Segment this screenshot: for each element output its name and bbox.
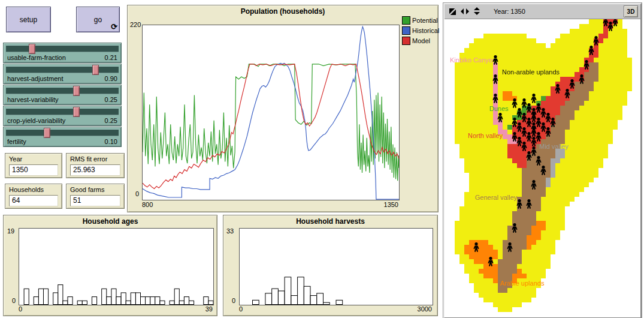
series-model xyxy=(143,64,399,189)
slider-handle[interactable] xyxy=(73,86,80,96)
world-view-header: Year: 1350 3D xyxy=(445,4,640,19)
household-harvests-plot: Household harvests 33 0 0 3000 xyxy=(223,215,438,316)
setup-button-label: setup xyxy=(20,16,37,24)
population-plot: Population (households) 220 0 800 1350 P… xyxy=(127,5,439,212)
histogram-bar xyxy=(265,293,272,305)
person-agent-icon xyxy=(569,79,576,89)
histogram-bar xyxy=(150,297,155,305)
monitor-label: Good farms xyxy=(70,186,104,193)
person-agent-icon xyxy=(516,199,523,209)
histogram-bar xyxy=(179,301,184,304)
histogram-bar xyxy=(278,291,285,305)
slider-track[interactable] xyxy=(6,66,119,73)
histogram-bar xyxy=(323,302,330,304)
x-axis-max-label: 1350 xyxy=(364,201,398,208)
person-agent-icon xyxy=(511,98,518,108)
histogram-bar xyxy=(204,297,208,305)
slider-track[interactable] xyxy=(6,129,119,136)
person-agent-icon xyxy=(592,36,600,46)
resize-world-icon[interactable] xyxy=(449,8,456,16)
view-year-label: Year: 1350 xyxy=(494,8,525,15)
go-button[interactable]: go ⟳ xyxy=(76,7,120,32)
map-region-label: Non-arable uplands xyxy=(502,68,560,76)
vertical-wrap-icon[interactable] xyxy=(473,7,480,16)
monitor-value-box: 1350 xyxy=(9,164,58,176)
histogram-bar xyxy=(82,301,87,304)
slider-track[interactable] xyxy=(6,108,119,115)
person-agent-icon xyxy=(487,257,494,266)
slider-handle[interactable] xyxy=(73,107,80,117)
slider-handle[interactable] xyxy=(44,128,50,138)
y-axis-min-label: 0 xyxy=(12,297,16,304)
histogram-bar xyxy=(131,293,135,305)
monitor-value: 1350 xyxy=(12,166,28,174)
slider-harvest-variability[interactable]: harvest-variability 0.25 xyxy=(3,85,122,105)
x-axis-min-label: 0 xyxy=(19,305,22,313)
histogram-bar xyxy=(336,300,343,304)
legend-label: Model xyxy=(412,37,430,44)
histogram-bar xyxy=(141,297,146,305)
person-agent-icon xyxy=(564,89,571,98)
household-harvests-title: Household harvests xyxy=(223,217,437,226)
histogram-bar xyxy=(107,297,111,305)
person-agent-icon xyxy=(511,223,518,233)
forever-icon: ⟳ xyxy=(111,22,117,31)
histogram-bar xyxy=(121,293,126,305)
histogram-bar xyxy=(135,293,140,305)
setup-button[interactable]: setup xyxy=(6,7,51,32)
population-plot-canvas xyxy=(143,25,399,200)
histogram-bar xyxy=(116,297,121,305)
slider-track[interactable] xyxy=(6,45,119,52)
person-agent-icon xyxy=(530,137,537,146)
person-agent-icon xyxy=(492,74,499,84)
slider-handle[interactable] xyxy=(92,65,99,75)
histogram-bar xyxy=(111,289,116,304)
map-region-label: Dunes xyxy=(489,105,509,112)
person-agent-icon xyxy=(554,84,561,94)
person-agent-icon xyxy=(607,22,614,31)
slider-label: usable-farm-fraction xyxy=(7,54,66,61)
slider-crop-yield-variability[interactable]: crop-yield-variability 0.25 xyxy=(3,106,122,126)
map-region-label: North valley xyxy=(468,132,503,139)
histogram-bar xyxy=(146,297,150,305)
slider-harvest-adjustment[interactable]: harvest-adjustment 0.90 xyxy=(3,64,122,84)
person-agent-icon xyxy=(545,127,552,137)
histogram-bar xyxy=(291,296,298,305)
histogram-bar xyxy=(298,277,304,305)
household-ages-canvas xyxy=(19,229,213,305)
histogram-bar xyxy=(24,289,29,304)
person-agent-icon xyxy=(492,55,499,65)
x-axis-max-label: 39 xyxy=(183,305,213,313)
slider-handle[interactable] xyxy=(29,44,35,54)
person-agent-icon xyxy=(588,46,595,55)
slider-track[interactable] xyxy=(6,87,119,94)
world-view-window: Year: 1350 3D Kinbiko CanyonNon-arable u… xyxy=(443,3,642,318)
histogram-bar xyxy=(285,277,291,305)
legend-entry-historical: Historical xyxy=(402,25,439,35)
plot-legend: Potential Historical Model xyxy=(402,15,439,46)
x-axis-min-label: 0 xyxy=(239,305,243,313)
netlogo-interface: { "buttons": { "setup": "setup", "go": "… xyxy=(0,0,644,318)
slider-value: 0.25 xyxy=(105,117,117,124)
y-axis-max-label: 19 xyxy=(7,227,14,235)
legend-entry-model: Model xyxy=(402,35,439,46)
histogram-bar xyxy=(58,285,63,305)
histogram-bar xyxy=(189,301,194,304)
slider-label: crop-yield-variability xyxy=(7,117,65,124)
slider-usable-farm-fraction[interactable]: usable-farm-fraction 0.21 xyxy=(3,43,122,63)
monitor-value: 64 xyxy=(12,196,20,205)
histogram-bar xyxy=(92,297,97,305)
person-agent-icon xyxy=(521,142,528,151)
monitor-label: RMS fit error xyxy=(70,155,107,163)
slider-fertility[interactable]: fertility 0.10 xyxy=(3,127,122,147)
horizontal-wrap-icon[interactable] xyxy=(461,8,469,15)
person-agent-icon xyxy=(506,242,513,252)
view-3d-button[interactable]: 3D xyxy=(624,5,638,17)
legend-entry-potential: Potential xyxy=(402,15,439,25)
histogram-bar xyxy=(170,301,174,304)
histogram-bar xyxy=(102,289,107,304)
household-harvests-plot-area xyxy=(239,228,433,305)
map-region-label: Arable uplands xyxy=(500,280,544,287)
legend-swatch-model xyxy=(402,37,410,45)
person-agent-icon xyxy=(540,166,547,175)
